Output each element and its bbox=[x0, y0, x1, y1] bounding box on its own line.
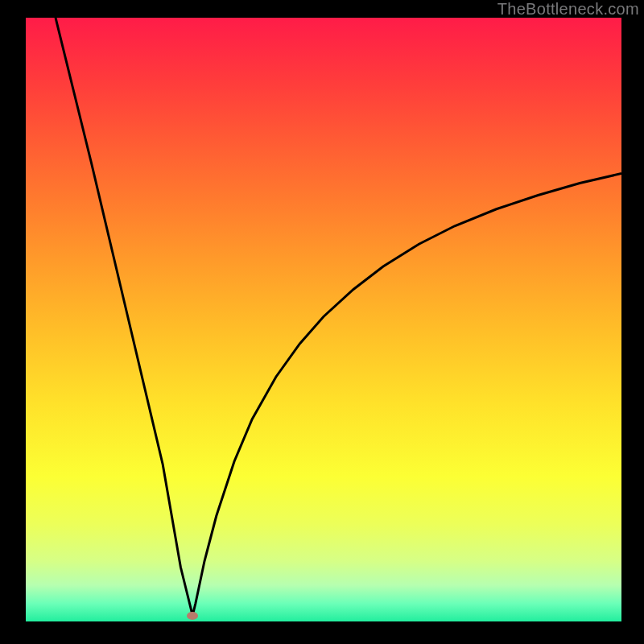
minimum-marker bbox=[187, 612, 198, 620]
chart-frame: TheBottleneck.com bbox=[0, 0, 644, 644]
bottleneck-curve bbox=[56, 18, 621, 616]
watermark-text: TheBottleneck.com bbox=[497, 0, 639, 19]
curve-layer bbox=[26, 18, 621, 621]
plot-area bbox=[26, 18, 621, 621]
